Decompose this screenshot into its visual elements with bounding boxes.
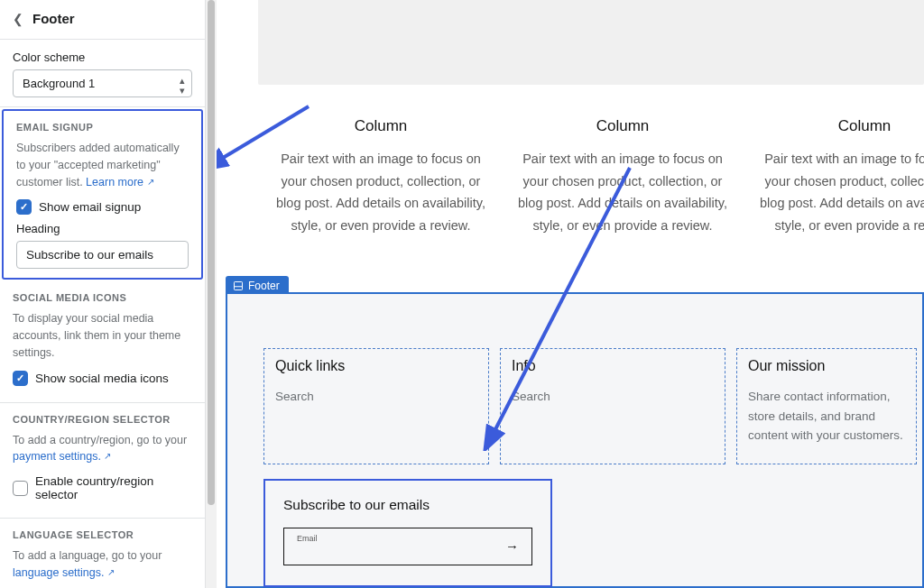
external-link-icon: ↗	[147, 175, 154, 188]
info-title: Info	[512, 358, 714, 374]
column-3[interactable]: Column Pair text with an image to focus …	[749, 117, 924, 237]
color-scheme-select[interactable]: Background 1	[13, 69, 192, 97]
email-signup-section: EMAIL SIGNUP Subscribers added automatic…	[4, 111, 201, 278]
column-1[interactable]: Column Pair text with an image to focus …	[265, 117, 496, 237]
footer-block-info[interactable]: Info Search	[500, 348, 725, 464]
email-signup-heading: EMAIL SIGNUP	[16, 122, 189, 133]
column-title: Column	[758, 117, 924, 135]
payment-settings-link[interactable]: payment settings. ↗	[13, 450, 111, 463]
footer-blocks-row: Quick links Search Info Search Our missi…	[263, 348, 886, 464]
heading-text-input[interactable]	[16, 241, 189, 269]
preview-placeholder-block	[258, 0, 924, 85]
submit-arrow-icon[interactable]: →	[505, 538, 519, 554]
theme-preview: Column Pair text with an image to focus …	[217, 0, 924, 588]
info-item: Search	[512, 387, 714, 407]
show-social-icons-checkbox[interactable]: ✓	[13, 371, 28, 386]
show-email-signup-checkbox[interactable]: ✓	[16, 199, 32, 215]
language-desc-text: To add a language, go to your	[13, 549, 162, 562]
quick-links-title: Quick links	[275, 358, 477, 374]
footer-section-preview[interactable]: Quick links Search Info Search Our missi…	[226, 292, 924, 588]
show-email-signup-row: ✓ Show email signup	[16, 199, 189, 215]
email-signup-desc: Subscribers added automatically to your …	[16, 140, 189, 190]
color-scheme-select-wrap: Background 1 ▴▾	[13, 69, 192, 97]
social-icons-heading: SOCIAL MEDIA ICONS	[13, 292, 192, 303]
show-social-icons-row: ✓ Show social media icons	[13, 371, 192, 386]
settings-sidebar: ❮ Footer Color scheme Background 1 ▴▾ EM…	[0, 0, 206, 588]
country-desc-text: To add a country/region, go to your	[13, 434, 187, 446]
sidebar-header: ❮ Footer	[0, 0, 205, 40]
enable-country-row: Enable country/region selector	[13, 474, 192, 501]
email-signup-input[interactable]: Email →	[283, 528, 532, 565]
quick-links-item: Search	[275, 387, 477, 407]
column-title: Column	[516, 117, 729, 135]
multi-column-section: Column Pair text with an image to focus …	[265, 117, 924, 237]
mission-title: Our mission	[748, 358, 905, 374]
email-placeholder: Email	[297, 534, 318, 543]
country-selector-section: COUNTRY/REGION SELECTOR To add a country…	[0, 403, 205, 519]
language-settings-link[interactable]: language settings. ↗	[13, 566, 115, 579]
subscribe-box-highlight: Subscribe to our emails Email →	[263, 479, 552, 587]
column-2[interactable]: Column Pair text with an image to focus …	[507, 117, 738, 237]
sidebar-scrollbar-thumb[interactable]	[208, 0, 215, 505]
enable-country-label: Enable country/region selector	[35, 474, 192, 501]
language-selector-desc: To add a language, go to your language s…	[13, 547, 192, 582]
language-selector-section: LANGUAGE SELECTOR To add a language, go …	[0, 519, 205, 588]
section-icon	[233, 280, 244, 291]
heading-field-label: Heading	[16, 222, 189, 235]
language-selector-heading: LANGUAGE SELECTOR	[13, 529, 192, 540]
column-title: Column	[274, 117, 487, 135]
country-selector-desc: To add a country/region, go to your paym…	[13, 432, 192, 466]
back-chevron-icon[interactable]: ❮	[13, 12, 23, 26]
footer-block-quick-links[interactable]: Quick links Search	[263, 348, 489, 464]
enable-country-checkbox[interactable]	[13, 481, 28, 496]
subscribe-title: Subscribe to our emails	[283, 497, 532, 513]
show-email-signup-label: Show email signup	[39, 200, 141, 214]
sidebar-scrollbar-track	[206, 0, 217, 588]
svg-rect-0	[235, 282, 243, 290]
show-social-icons-label: Show social media icons	[35, 372, 169, 385]
color-scheme-section: Color scheme Background 1 ▴▾	[0, 40, 205, 107]
mission-text: Share contact information, store details…	[748, 387, 905, 446]
external-link-icon: ↗	[104, 449, 111, 463]
social-icons-desc: To display your social media accounts, l…	[13, 310, 192, 361]
column-text: Pair text with an image to focus on your…	[274, 148, 487, 237]
footer-block-mission[interactable]: Our mission Share contact information, s…	[736, 348, 917, 464]
country-selector-heading: COUNTRY/REGION SELECTOR	[13, 414, 192, 425]
color-scheme-label: Color scheme	[13, 51, 192, 64]
social-icons-section: SOCIAL MEDIA ICONS To display your socia…	[0, 281, 205, 402]
sidebar-title: Footer	[32, 11, 75, 26]
column-text: Pair text with an image to focus on your…	[516, 148, 729, 237]
external-link-icon: ↗	[107, 565, 115, 579]
column-text: Pair text with an image to focus on your…	[758, 148, 924, 237]
email-signup-highlight: EMAIL SIGNUP Subscribers added automatic…	[2, 109, 203, 280]
footer-tag-label: Footer	[248, 280, 280, 292]
learn-more-link[interactable]: Learn more ↗	[86, 176, 153, 188]
